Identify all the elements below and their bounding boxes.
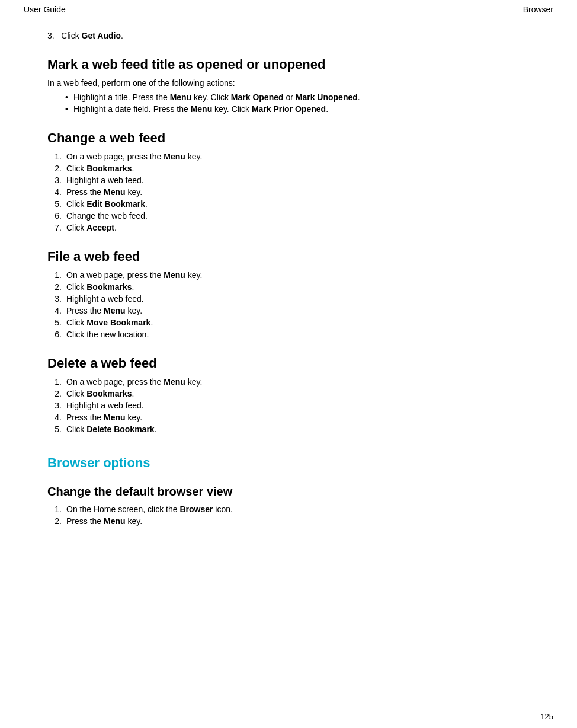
mark-web-feed-bullets: Highlight a title. Press the Menu key. C…	[47, 92, 530, 114]
list-item: 1.On the Home screen, click the Browser …	[47, 505, 530, 514]
list-item: 4.Press the Menu key.	[47, 187, 530, 197]
list-item: 5.Click Delete Bookmark.	[47, 424, 530, 434]
list-item: 3.Highlight a web feed.	[47, 401, 530, 410]
list-item: 4.Press the Menu key.	[47, 413, 530, 422]
list-item: 7.Click Accept.	[47, 223, 530, 232]
header-left: User Guide	[24, 5, 66, 14]
list-item: 2.Press the Menu key.	[47, 516, 530, 526]
list-item: 6.Click the new location.	[47, 330, 530, 339]
header-right: Browser	[523, 5, 553, 14]
section-title-mark-web-feed: Mark a web feed title as opened or unope…	[47, 57, 530, 72]
file-web-feed-steps: 1.On a web page, press the Menu key. 2.C…	[47, 270, 530, 339]
section-title-browser-options: Browser options	[47, 455, 530, 471]
list-item: Highlight a title. Press the Menu key. C…	[65, 92, 530, 102]
list-item: 1.On a web page, press the Menu key.	[47, 270, 530, 280]
list-item: Highlight a date field. Press the Menu k…	[65, 104, 530, 114]
section-title-file-web-feed: File a web feed	[47, 249, 530, 264]
list-item: 5.Click Edit Bookmark.	[47, 199, 530, 209]
list-item: 6.Change the web feed.	[47, 211, 530, 221]
list-item: 4.Press the Menu key.	[47, 306, 530, 315]
section-title-delete-web-feed: Delete a web feed	[47, 356, 530, 371]
step3-get-audio: 3. Click Get Audio.	[47, 31, 530, 40]
page-number: 125	[540, 712, 553, 721]
change-default-browser-view-steps: 1.On the Home screen, click the Browser …	[47, 505, 530, 526]
mark-web-feed-intro: In a web feed, perform one of the follow…	[47, 78, 530, 88]
section-title-change-default-browser-view: Change the default browser view	[47, 485, 530, 499]
list-item: 3.Highlight a web feed.	[47, 294, 530, 304]
delete-web-feed-steps: 1.On a web page, press the Menu key. 2.C…	[47, 377, 530, 434]
list-item: 5.Click Move Bookmark.	[47, 318, 530, 327]
section-title-change-web-feed: Change a web feed	[47, 130, 530, 146]
list-item: 3.Highlight a web feed.	[47, 175, 530, 185]
list-item: 2.Click Bookmarks.	[47, 164, 530, 173]
change-web-feed-steps: 1.On a web page, press the Menu key. 2.C…	[47, 152, 530, 232]
list-item: 2.Click Bookmarks.	[47, 282, 530, 292]
list-item: 1.On a web page, press the Menu key.	[47, 377, 530, 387]
list-item: 1.On a web page, press the Menu key.	[47, 152, 530, 161]
list-item: 2.Click Bookmarks.	[47, 389, 530, 398]
